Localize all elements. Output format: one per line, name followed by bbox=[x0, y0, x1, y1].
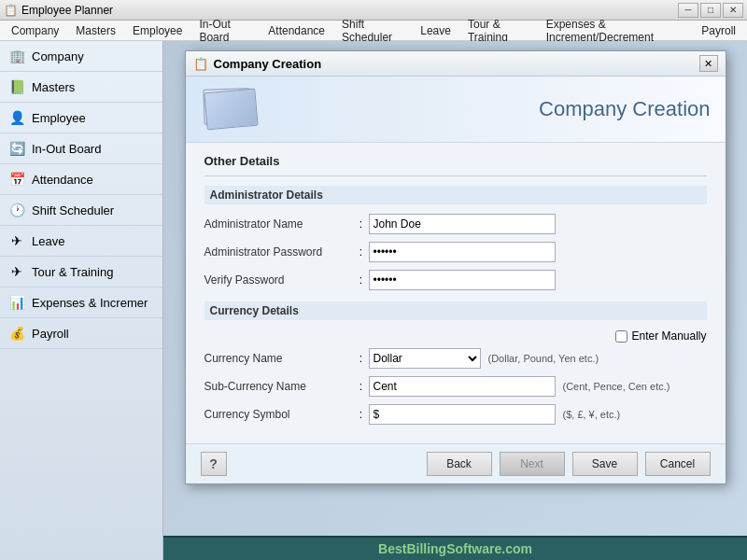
sidebar-label-attendance: Attendance bbox=[32, 173, 93, 187]
admin-details-title: Administrator Details bbox=[204, 186, 707, 204]
title-bar-left: 📋 Employee Planner bbox=[4, 4, 113, 17]
sidebar-item-expenses[interactable]: 📊 Expenses & Incremer bbox=[0, 287, 162, 318]
sidebar: 🏢 Company 📗 Masters 👤 Employee 🔄 In-Out … bbox=[0, 41, 163, 560]
sub-currency-label: Sub-Currency Name bbox=[204, 380, 354, 393]
enter-manually-row: Enter Manually bbox=[204, 329, 707, 343]
attendance-icon: 📅 bbox=[7, 170, 26, 189]
content-area: 📋 Company Creation ✕ Company Creation Ot… bbox=[163, 41, 747, 560]
sidebar-label-masters: Masters bbox=[32, 80, 75, 94]
menu-employee[interactable]: Employee bbox=[125, 22, 190, 39]
currency-symbol-row: Currency Symbol : ($, £, ¥, etc.) bbox=[204, 404, 707, 425]
menu-bar: Company Masters Employee In-Out Board At… bbox=[0, 21, 747, 41]
watermark-text: BestBillingSoftware.com bbox=[378, 541, 532, 556]
sidebar-label-tour: Tour & Training bbox=[32, 265, 113, 279]
admin-name-label: Administrator Name bbox=[204, 217, 354, 231]
dialog-close-button[interactable]: ✕ bbox=[699, 55, 718, 72]
dialog-footer: ? Back Next Save Cancel bbox=[186, 443, 726, 483]
dialog-titlebar: 📋 Company Creation ✕ bbox=[186, 51, 726, 77]
menu-company[interactable]: Company bbox=[4, 22, 66, 39]
currency-name-select[interactable]: Dollar Pound Yen Euro Rupee bbox=[369, 348, 481, 369]
currency-name-label: Currency Name bbox=[204, 352, 354, 365]
admin-password-label: Administrator Password bbox=[204, 245, 354, 259]
verify-password-input[interactable] bbox=[369, 270, 556, 290]
sub-currency-hint: (Cent, Pence, Cen etc.) bbox=[563, 381, 670, 392]
dialog-header-title: Company Creation bbox=[539, 97, 710, 121]
admin-name-input[interactable] bbox=[369, 214, 556, 234]
sub-currency-colon: : bbox=[354, 380, 369, 393]
verify-password-label: Verify Password bbox=[204, 273, 354, 287]
sidebar-label-in-out: In-Out Board bbox=[32, 142, 101, 156]
currency-symbol-hint: ($, £, ¥, etc.) bbox=[563, 409, 621, 420]
menu-attendance[interactable]: Attendance bbox=[261, 22, 332, 39]
sidebar-item-employee[interactable]: 👤 Employee bbox=[0, 103, 162, 133]
admin-name-colon: : bbox=[354, 217, 369, 231]
currency-name-hint: (Dollar, Pound, Yen etc.) bbox=[488, 353, 599, 364]
next-button[interactable]: Next bbox=[500, 452, 565, 476]
shift-scheduler-icon: 🕐 bbox=[7, 201, 26, 219]
other-details-title: Other Details bbox=[204, 154, 707, 168]
verify-password-colon: : bbox=[354, 273, 369, 287]
currency-section: Currency Details Enter Manually Currency… bbox=[204, 301, 707, 425]
app-title: Employee Planner bbox=[21, 4, 113, 17]
back-button[interactable]: Back bbox=[427, 452, 492, 476]
currency-name-colon: : bbox=[354, 352, 369, 365]
close-window-button[interactable]: ✕ bbox=[723, 3, 743, 18]
save-button[interactable]: Save bbox=[572, 452, 638, 476]
sub-currency-input[interactable] bbox=[369, 376, 556, 397]
modal-overlay: 📋 Company Creation ✕ Company Creation Ot… bbox=[163, 41, 747, 560]
leave-icon: ✈ bbox=[7, 231, 26, 250]
sidebar-label-payroll: Payroll bbox=[32, 327, 69, 341]
cancel-button[interactable]: Cancel bbox=[645, 452, 711, 476]
enter-manually-checkbox[interactable] bbox=[615, 330, 627, 343]
sidebar-item-masters[interactable]: 📗 Masters bbox=[0, 72, 162, 103]
help-button[interactable]: ? bbox=[201, 452, 227, 476]
currency-symbol-colon: : bbox=[354, 408, 369, 421]
payroll-icon: 💰 bbox=[7, 324, 26, 343]
dialog-titlebar-left: 📋 Company Creation bbox=[193, 57, 322, 71]
currency-name-row: Currency Name : Dollar Pound Yen Euro Ru… bbox=[204, 348, 707, 369]
dialog-body: Other Details Administrator Details Admi… bbox=[186, 143, 726, 443]
currency-details-title: Currency Details bbox=[204, 301, 707, 320]
sidebar-item-tour-training[interactable]: ✈ Tour & Training bbox=[0, 257, 162, 287]
sidebar-item-payroll[interactable]: 💰 Payroll bbox=[0, 318, 162, 349]
menu-payroll[interactable]: Payroll bbox=[694, 22, 743, 39]
expenses-icon: 📊 bbox=[7, 293, 26, 312]
currency-symbol-input[interactable] bbox=[369, 404, 556, 425]
book-shape-front bbox=[204, 89, 258, 131]
app-icon: 📋 bbox=[4, 4, 18, 17]
enter-manually-label: Enter Manually bbox=[631, 329, 706, 343]
sidebar-item-in-out-board[interactable]: 🔄 In-Out Board bbox=[0, 133, 162, 164]
dialog-header: Company Creation bbox=[186, 77, 726, 143]
sidebar-item-leave[interactable]: ✈ Leave bbox=[0, 226, 162, 257]
menu-leave[interactable]: Leave bbox=[413, 22, 458, 39]
admin-password-input[interactable] bbox=[369, 242, 556, 262]
dialog-title-icon: 📋 bbox=[193, 57, 208, 71]
sidebar-label-company: Company bbox=[32, 49, 84, 63]
maximize-button[interactable]: □ bbox=[700, 3, 721, 18]
sidebar-item-shift-scheduler[interactable]: 🕐 Shift Scheduler bbox=[0, 195, 162, 226]
main-layout: 🏢 Company 📗 Masters 👤 Employee 🔄 In-Out … bbox=[0, 41, 747, 560]
masters-icon: 📗 bbox=[7, 77, 26, 96]
admin-name-row: Administrator Name : bbox=[204, 214, 707, 234]
sidebar-label-shift: Shift Scheduler bbox=[32, 203, 114, 217]
currency-symbol-label: Currency Symbol bbox=[204, 408, 354, 421]
admin-password-row: Administrator Password : bbox=[204, 242, 707, 262]
dialog-title: Company Creation bbox=[214, 57, 322, 71]
sidebar-item-attendance[interactable]: 📅 Attendance bbox=[0, 164, 162, 195]
verify-password-row: Verify Password : bbox=[204, 270, 707, 290]
dialog-company-creation: 📋 Company Creation ✕ Company Creation Ot… bbox=[185, 50, 726, 484]
admin-password-colon: : bbox=[354, 245, 369, 259]
sidebar-item-company[interactable]: 🏢 Company bbox=[0, 41, 162, 72]
section-divider bbox=[204, 175, 707, 176]
sidebar-label-employee: Employee bbox=[32, 111, 86, 125]
watermark: BestBillingSoftware.com bbox=[163, 536, 747, 560]
sidebar-label-leave: Leave bbox=[32, 234, 64, 248]
sidebar-label-expenses: Expenses & Incremer bbox=[32, 296, 148, 310]
tour-training-icon: ✈ bbox=[7, 262, 26, 281]
sub-currency-row: Sub-Currency Name : (Cent, Pence, Cen et… bbox=[204, 376, 707, 397]
employee-icon: 👤 bbox=[7, 108, 26, 127]
menu-masters[interactable]: Masters bbox=[68, 22, 123, 39]
header-decoration bbox=[201, 86, 261, 133]
in-out-board-icon: 🔄 bbox=[7, 139, 26, 158]
company-icon: 🏢 bbox=[7, 47, 26, 65]
